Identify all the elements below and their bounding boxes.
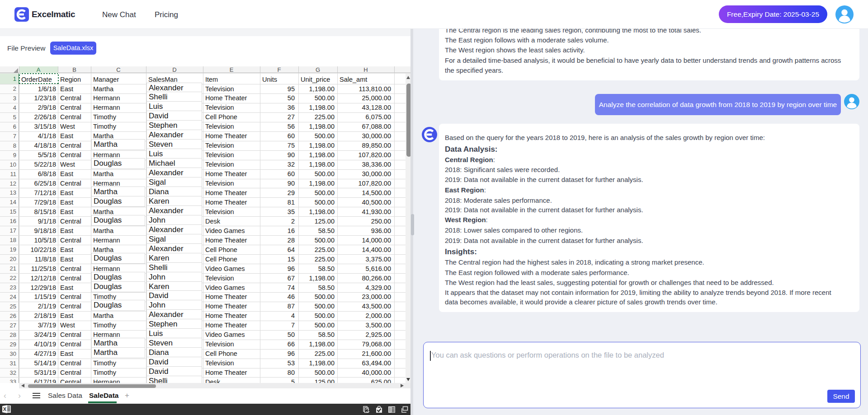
- svg-text:X: X: [3, 406, 7, 412]
